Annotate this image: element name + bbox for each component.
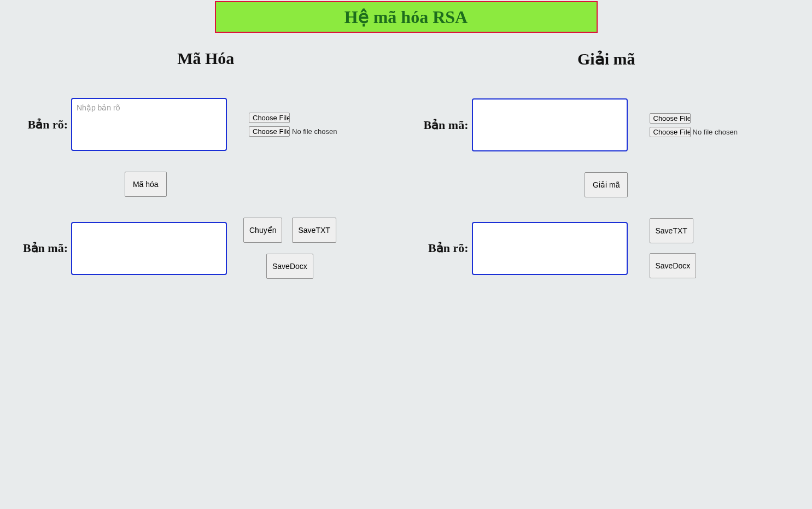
decrypt-save-txt-button[interactable]: SaveTXT	[650, 218, 693, 243]
choose-file-button-2[interactable]: Choose File	[249, 126, 290, 137]
decrypt-output-controls: SaveTXT SaveDocx	[650, 218, 697, 278]
encrypt-file-input-1: Choose File	[249, 113, 290, 123]
decrypt-title: Giải mã	[577, 49, 635, 68]
decrypt-plaintext-row: Bản rõ: SaveTXT SaveDocx	[406, 218, 807, 278]
decrypt-file-controls: Choose File Choose File No file chosen	[650, 113, 738, 137]
decrypt-ciphertext-row: Bản mã: Choose File Choose File No file …	[406, 98, 807, 151]
decrypt-save-docx-button[interactable]: SaveDocx	[650, 253, 697, 278]
encrypt-ciphertext-row: Bản mã: Chuyển SaveTXT SaveDocx	[5, 218, 406, 279]
plaintext-label: Bản rõ:	[5, 118, 71, 132]
decrypt-button[interactable]: Giải mã	[585, 172, 628, 197]
encrypt-action-row: Mã hóa	[5, 172, 406, 197]
decrypt-file-input-1: Choose File	[650, 113, 691, 124]
encrypt-title: Mã Hóa	[177, 49, 234, 68]
decrypt-action-row: Giải mã	[406, 172, 807, 197]
decrypt-ciphertext-input[interactable]	[472, 98, 628, 151]
encrypt-plaintext-row: Bản rõ: Choose File Choose File No file …	[5, 98, 406, 151]
decrypt-file-status-label: No file chosen	[693, 128, 738, 136]
decrypt-column: Giải mã Bản mã: Choose File Choose File …	[406, 49, 807, 300]
encrypt-column: Mã Hóa Bản rõ: Choose File Choose File N…	[5, 49, 406, 300]
file-status-label: No file chosen	[292, 127, 337, 136]
encrypt-button[interactable]: Mã hóa	[125, 172, 167, 197]
save-docx-button[interactable]: SaveDocx	[266, 254, 313, 279]
encrypt-file-controls: Choose File Choose File No file chosen	[249, 113, 337, 137]
choose-file-button-1[interactable]: Choose File	[249, 113, 290, 123]
decrypt-plaintext-label: Bản rõ:	[406, 241, 472, 255]
ciphertext-output[interactable]	[71, 222, 227, 275]
decrypt-choose-file-button-2[interactable]: Choose File	[650, 127, 691, 137]
main-container: Mã Hóa Bản rõ: Choose File Choose File N…	[0, 49, 812, 300]
decrypt-ciphertext-label: Bản mã:	[406, 118, 472, 132]
encrypt-file-input-2: Choose File No file chosen	[249, 126, 337, 137]
encrypt-output-controls: Chuyển SaveTXT SaveDocx	[243, 218, 353, 279]
page-title: Hệ mã hóa RSA	[216, 7, 597, 27]
decrypt-file-input-2: Choose File No file chosen	[650, 127, 738, 137]
save-txt-button[interactable]: SaveTXT	[292, 218, 336, 243]
decrypt-choose-file-button-1[interactable]: Choose File	[650, 113, 691, 124]
convert-button[interactable]: Chuyển	[243, 218, 282, 243]
ciphertext-label: Bản mã:	[5, 241, 71, 255]
page-header: Hệ mã hóa RSA	[215, 1, 598, 33]
plaintext-input[interactable]	[71, 98, 227, 151]
decrypt-plaintext-output[interactable]	[472, 222, 628, 275]
